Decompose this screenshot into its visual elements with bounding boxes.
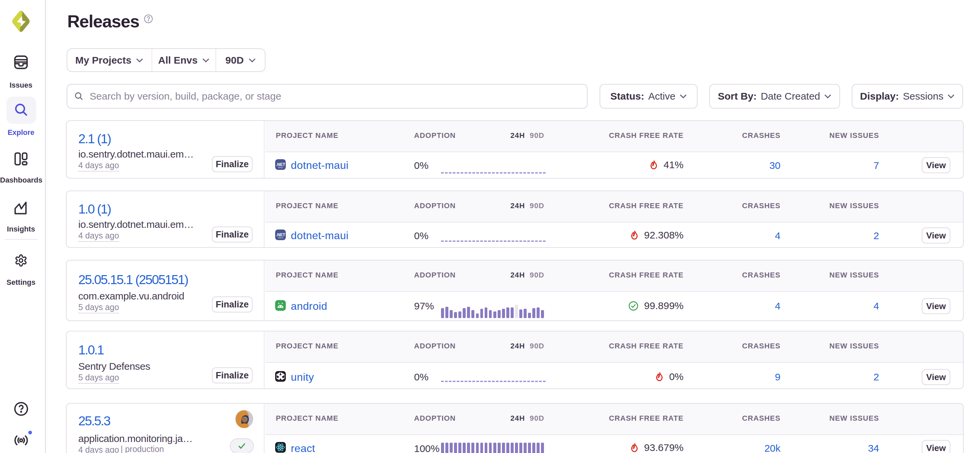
svg-text:MAUI: MAUI [278,237,283,239]
svg-text:MAUI: MAUI [278,166,283,168]
